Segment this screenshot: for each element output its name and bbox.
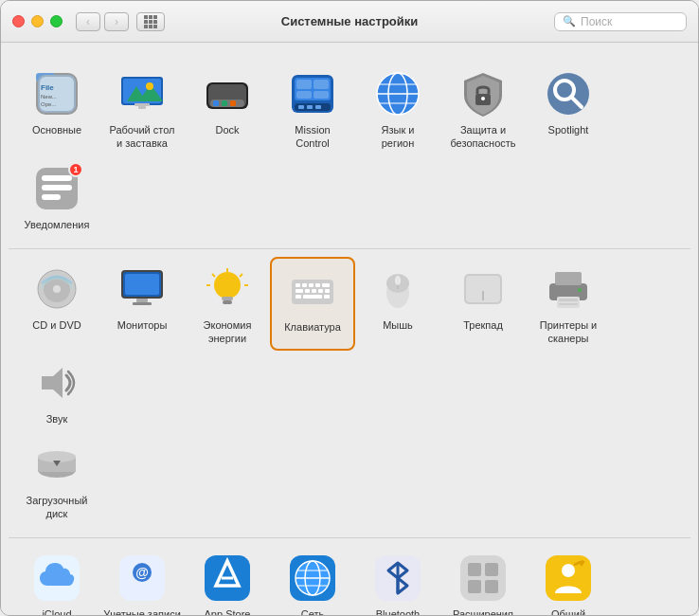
svg-rect-72 [315, 283, 320, 287]
section-internet: iCloud @ Учетные записиИнтернета [9, 538, 690, 615]
icon-extensions [458, 553, 508, 603]
svg-rect-77 [318, 289, 323, 293]
item-desktop[interactable]: Рабочий столи заставка [99, 62, 185, 156]
svg-point-53 [53, 285, 61, 293]
item-language[interactable]: Язык ирегион [355, 62, 440, 156]
svg-rect-58 [136, 299, 148, 302]
icon-sharing [544, 553, 593, 603]
icon-language [373, 69, 422, 118]
section-personal: File New... Ope... Основные [9, 54, 690, 249]
svg-rect-24 [230, 100, 236, 106]
item-dock[interactable]: Dock [185, 62, 270, 156]
label-osnovnye: Основные [32, 123, 81, 136]
grid-view-button[interactable] [136, 12, 165, 31]
svg-rect-29 [314, 80, 329, 89]
svg-point-43 [481, 97, 485, 100]
svg-rect-74 [296, 289, 303, 293]
label-desktop: Рабочий столи заставка [109, 123, 174, 151]
svg-text:Ope...: Ope... [41, 101, 57, 107]
label-boot: Загрузочныйдиск [27, 494, 88, 521]
item-boot[interactable]: Загрузочныйдиск [14, 432, 99, 527]
item-icloud[interactable]: iCloud [14, 546, 99, 615]
icon-grid-hardware2: Загрузочныйдиск [14, 432, 685, 527]
item-notifications[interactable]: 1 Уведомления [14, 156, 99, 237]
item-monitors[interactable]: Мониторы [99, 257, 185, 352]
svg-rect-118 [468, 580, 481, 593]
close-button[interactable] [12, 15, 25, 27]
svg-rect-116 [468, 563, 481, 576]
label-extensions: Расширения [453, 607, 513, 615]
item-appstore[interactable]: App Store [185, 546, 270, 615]
item-sound[interactable]: Звук [14, 351, 99, 431]
svg-rect-78 [325, 289, 330, 293]
item-spotlight[interactable]: Spotlight [526, 62, 611, 156]
svg-rect-76 [312, 289, 316, 293]
icon-monitors [117, 264, 167, 314]
search-placeholder: Поиск [581, 15, 612, 28]
svg-rect-18 [138, 106, 146, 109]
forward-button[interactable]: › [104, 12, 129, 31]
icon-icloud [32, 553, 81, 603]
svg-rect-31 [314, 91, 329, 99]
icon-desktop [117, 69, 167, 118]
svg-rect-119 [485, 580, 498, 593]
svg-rect-81 [324, 295, 330, 299]
svg-text:New...: New... [41, 94, 57, 100]
label-dock: Dock [215, 123, 239, 136]
svg-rect-22 [213, 100, 219, 106]
maximize-button[interactable] [50, 15, 63, 27]
icon-mission [288, 69, 337, 118]
svg-rect-61 [222, 297, 233, 300]
item-sharing[interactable]: Общийдоступ [526, 546, 611, 615]
svg-rect-33 [298, 105, 304, 109]
svg-rect-79 [296, 295, 301, 299]
svg-rect-49 [42, 185, 72, 190]
label-printers: Принтеры исканеры [540, 318, 598, 346]
search-icon: 🔍 [563, 15, 576, 27]
item-network[interactable]: Сеть [270, 546, 355, 615]
svg-rect-23 [222, 100, 227, 106]
search-bar[interactable]: 🔍 Поиск [554, 12, 687, 31]
svg-rect-93 [559, 303, 578, 305]
item-trackpad[interactable]: Трекпад [440, 257, 526, 352]
item-energy[interactable]: Экономияэнергии [185, 257, 270, 352]
item-mission[interactable]: MissionControl [270, 62, 355, 156]
svg-rect-25 [239, 100, 242, 106]
item-bluetooth[interactable]: Bluetooth [355, 546, 440, 615]
icon-printers [544, 264, 593, 314]
icon-grid-internet: iCloud @ Учетные записиИнтернета [14, 546, 685, 615]
back-button[interactable]: ‹ [76, 12, 100, 31]
icon-sound [32, 358, 81, 408]
svg-rect-48 [42, 175, 72, 181]
svg-rect-115 [460, 555, 506, 601]
label-icloud: iCloud [42, 607, 71, 615]
icon-security [458, 69, 508, 118]
icon-trackpad [458, 264, 508, 314]
minimize-button[interactable] [31, 15, 44, 27]
item-cddvd[interactable]: CD и DVD [14, 257, 99, 352]
icon-boot [32, 440, 81, 489]
section-hardware: CD и DVD Мониторы [9, 249, 690, 538]
svg-point-94 [578, 288, 582, 292]
svg-rect-62 [223, 300, 232, 304]
svg-point-16 [146, 82, 153, 90]
item-security[interactable]: Защита ибезопасность [440, 62, 526, 156]
svg-rect-59 [133, 302, 152, 305]
label-monitors: Мониторы [117, 318, 168, 332]
item-accounts[interactable]: @ Учетные записиИнтернета [99, 546, 185, 615]
item-mouse[interactable]: Мышь [355, 257, 440, 352]
item-keyboard[interactable]: Клавиатура [270, 257, 355, 352]
svg-rect-91 [557, 297, 580, 308]
label-security: Защита ибезопасность [450, 123, 515, 151]
svg-rect-70 [302, 283, 307, 287]
svg-point-85 [395, 276, 401, 285]
item-extensions[interactable]: Расширения [440, 546, 526, 615]
item-printers[interactable]: Принтеры исканеры [526, 257, 611, 352]
label-network: Сеть [301, 607, 324, 615]
label-accounts: Учетные записиИнтернета [103, 607, 181, 615]
svg-rect-92 [559, 299, 578, 301]
svg-line-64 [212, 274, 215, 277]
item-osnovnye[interactable]: File New... Ope... Основные [14, 62, 99, 156]
label-appstore: App Store [205, 607, 251, 615]
notification-badge: 1 [68, 162, 83, 177]
